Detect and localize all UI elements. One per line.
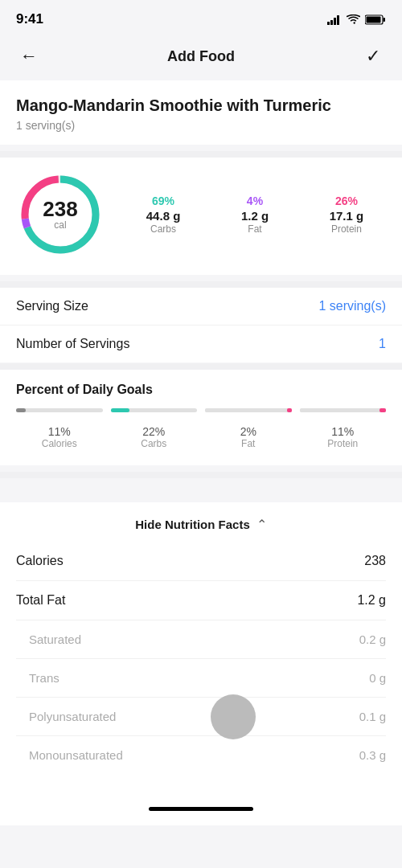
num-servings-row[interactable]: Number of Servings 1 xyxy=(0,326,402,362)
goal-label-protein: 11% Protein xyxy=(300,425,387,449)
back-button[interactable]: ← xyxy=(14,42,43,71)
nutrition-label-calories: Calories xyxy=(16,554,64,568)
wifi-icon xyxy=(347,14,360,25)
serving-size-label: Serving Size xyxy=(16,299,88,313)
macro-carbs: 69% 44.8 g Carbs xyxy=(146,194,181,235)
chevron-up-icon: ⌃ xyxy=(256,517,267,532)
serving-size-section: Serving Size 1 serving(s) Number of Serv… xyxy=(0,288,402,362)
nutrition-label-monounsaturated: Monounsaturated xyxy=(16,748,123,762)
goal-label-fat: 2% Fat xyxy=(205,425,292,449)
goals-bars xyxy=(16,408,386,417)
status-icons xyxy=(327,14,386,25)
divider-2 xyxy=(0,281,402,288)
protein-value: 17.1 g xyxy=(330,209,364,223)
nutrition-label-saturated: Saturated xyxy=(16,633,81,646)
goals-title: Percent of Daily Goals xyxy=(16,383,386,397)
num-servings-value: 1 xyxy=(379,337,386,351)
goal-label-carbs: 22% Carbs xyxy=(111,425,198,449)
nutrition-list: Calories 238 Total Fat 1.2 g Saturated 0… xyxy=(0,542,402,774)
nutrition-row-calories: Calories 238 xyxy=(16,542,386,581)
nutrition-row-saturated: Saturated 0.2 g xyxy=(16,620,386,659)
svg-rect-3 xyxy=(337,15,339,25)
svg-rect-1 xyxy=(330,20,333,25)
goal-label-calories: 11% Calories xyxy=(16,425,103,449)
divider-4 xyxy=(0,472,402,478)
scroll-indicator xyxy=(211,694,256,739)
donut-cal-label: cal xyxy=(43,219,77,231)
fat-label: Fat xyxy=(248,223,261,235)
carbs-value: 44.8 g xyxy=(146,209,181,223)
divider-1 xyxy=(0,151,402,158)
nutrition-label-polyunsaturated: Polyunsaturated xyxy=(16,710,116,723)
fat-pct: 4% xyxy=(247,194,263,207)
bottom-spacer xyxy=(0,774,402,798)
nutrition-value-calories: 238 xyxy=(364,554,386,568)
nutrition-label-total-fat: Total Fat xyxy=(16,593,65,608)
donut-chart: 238 cal xyxy=(16,170,105,259)
signal-icon xyxy=(327,14,342,25)
nutrition-value-trans: 0 g xyxy=(369,671,386,685)
serving-size-value: 1 serving(s) xyxy=(318,299,386,313)
food-title-section: Mango-Mandarin Smoothie with Turmeric 1 … xyxy=(0,80,402,145)
nutrition-value-saturated: 0.2 g xyxy=(359,633,386,646)
macro-section: 238 cal 69% 44.8 g Carbs 4% 1.2 g Fat 26… xyxy=(0,158,402,275)
nutrition-value-total-fat: 1.2 g xyxy=(357,593,386,608)
nutrition-label-trans: Trans xyxy=(16,671,59,685)
protein-label: Protein xyxy=(331,223,362,235)
food-servings-label: 1 serving(s) xyxy=(16,119,386,132)
nutrition-row-polyunsaturated: Polyunsaturated 0.1 g xyxy=(16,698,386,736)
nutrition-row-total-fat: Total Fat 1.2 g xyxy=(16,581,386,620)
nutrition-value-monounsaturated: 0.3 g xyxy=(359,748,386,762)
carbs-label: Carbs xyxy=(150,223,176,235)
bottom-bar xyxy=(0,798,402,825)
goal-bar-protein xyxy=(300,408,387,417)
nutrition-value-polyunsaturated: 0.1 g xyxy=(359,710,386,723)
nutrition-row-trans: Trans 0 g xyxy=(16,659,386,698)
protein-pct: 26% xyxy=(335,194,358,207)
nutrition-row-monounsaturated: Monounsaturated 0.3 g xyxy=(16,736,386,774)
num-servings-label: Number of Servings xyxy=(16,337,129,351)
status-time: 9:41 xyxy=(16,11,43,27)
macro-fat: 4% 1.2 g Fat xyxy=(241,194,269,235)
svg-rect-0 xyxy=(327,22,330,25)
divider-3 xyxy=(0,363,402,370)
spacer xyxy=(0,478,402,502)
svg-rect-6 xyxy=(367,16,381,23)
nutrition-toggle[interactable]: Hide Nutrition Facts ⌃ xyxy=(0,502,402,542)
goal-bar-fat xyxy=(205,408,292,417)
fat-value: 1.2 g xyxy=(241,209,269,223)
donut-calories: 238 xyxy=(43,199,77,219)
svg-rect-5 xyxy=(384,18,386,22)
home-indicator xyxy=(149,807,253,811)
svg-rect-2 xyxy=(334,18,336,25)
macro-stats: 69% 44.8 g Carbs 4% 1.2 g Fat 26% 17.1 g… xyxy=(124,194,386,235)
goal-labels: 11% Calories 22% Carbs 2% Fat 11% Protei… xyxy=(16,425,386,449)
nav-header: ← Add Food ✓ xyxy=(0,35,402,80)
goals-section: Percent of Daily Goals xyxy=(0,370,402,465)
status-bar: 9:41 xyxy=(0,0,402,35)
check-button[interactable]: ✓ xyxy=(359,42,388,71)
donut-center: 238 cal xyxy=(43,199,77,231)
battery-icon xyxy=(365,14,386,25)
page-title: Add Food xyxy=(167,48,235,65)
macro-protein: 26% 17.1 g Protein xyxy=(330,194,364,235)
nutrition-toggle-text: Hide Nutrition Facts xyxy=(135,518,250,531)
carbs-pct: 69% xyxy=(152,194,174,207)
goal-bar-calories xyxy=(16,408,103,417)
goal-bar-carbs xyxy=(111,408,198,417)
food-name: Mango-Mandarin Smoothie with Turmeric xyxy=(16,95,386,116)
serving-size-row[interactable]: Serving Size 1 serving(s) xyxy=(0,288,402,326)
